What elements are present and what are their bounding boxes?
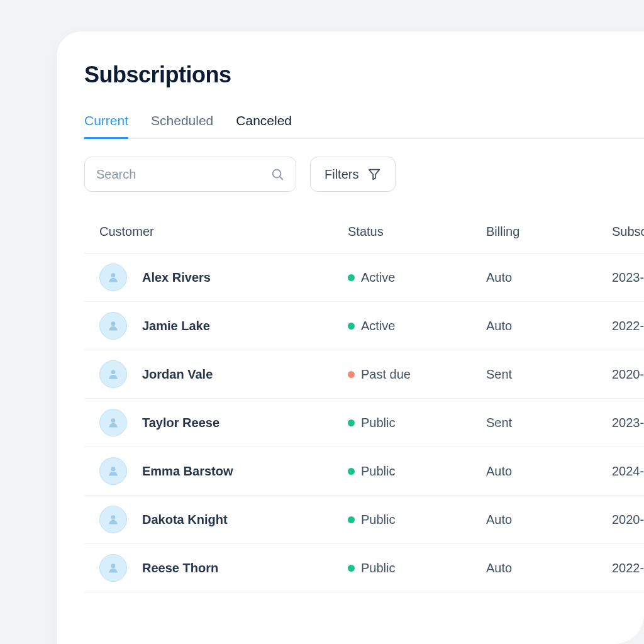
table-row[interactable]: Emma BarstowPublicAuto2024-J — [84, 447, 644, 496]
date-cell: 2022-A — [612, 319, 644, 333]
date-cell: 2022-J — [612, 561, 644, 575]
svg-point-4 — [111, 321, 116, 326]
billing-cell: Auto — [486, 270, 612, 285]
customer-cell: Jamie Lake — [99, 312, 348, 340]
svg-point-5 — [111, 370, 116, 374]
customer-cell: Alex Rivers — [99, 264, 348, 291]
filter-icon — [367, 167, 381, 181]
col-subscribed: Subscribed on — [612, 225, 644, 239]
table-header: Customer Status Billing Subscribed on — [84, 225, 644, 253]
date-cell: 2020-N — [612, 367, 644, 382]
date-cell: 2024-J — [612, 464, 644, 479]
svg-line-1 — [280, 177, 282, 179]
customer-cell: Emma Barstow — [99, 457, 348, 485]
date-cell: 2020-N — [612, 513, 644, 527]
customer-name: Taylor Reese — [142, 416, 219, 430]
subscriptions-table: Customer Status Billing Subscribed on Al… — [84, 225, 644, 592]
avatar — [99, 554, 127, 582]
app-background: Subscriptions Current Scheduled Canceled… — [0, 0, 644, 644]
status-dot-icon — [348, 468, 355, 475]
customer-name: Jamie Lake — [142, 319, 210, 333]
page-title: Subscriptions — [84, 62, 644, 88]
status-cell: Public — [348, 464, 486, 479]
status-label: Public — [361, 464, 395, 479]
billing-cell: Auto — [486, 561, 612, 575]
billing-cell: Auto — [486, 513, 612, 527]
svg-point-6 — [111, 418, 116, 423]
customer-name: Jordan Vale — [142, 367, 213, 382]
avatar — [99, 264, 127, 291]
status-label: Active — [361, 270, 395, 285]
search-input[interactable] — [96, 167, 270, 182]
status-cell: Public — [348, 561, 486, 575]
status-cell: Active — [348, 270, 486, 285]
svg-marker-2 — [369, 170, 380, 180]
status-label: Public — [361, 561, 395, 575]
tabs: Current Scheduled Canceled — [84, 113, 644, 139]
customer-name: Reese Thorn — [142, 561, 218, 575]
avatar — [99, 457, 127, 485]
status-dot-icon — [348, 516, 355, 523]
date-cell: 2023-N — [612, 270, 644, 285]
tab-canceled[interactable]: Canceled — [236, 113, 292, 139]
status-cell: Public — [348, 513, 486, 527]
billing-cell: Auto — [486, 464, 612, 479]
col-customer: Customer — [99, 225, 348, 239]
billing-cell: Sent — [486, 416, 612, 430]
col-status: Status — [348, 225, 486, 239]
svg-point-3 — [111, 273, 116, 277]
status-dot-icon — [348, 371, 355, 378]
customer-cell: Reese Thorn — [99, 554, 348, 582]
svg-point-0 — [273, 170, 281, 178]
subscriptions-panel: Subscriptions Current Scheduled Canceled… — [57, 31, 644, 644]
status-label: Active — [361, 319, 395, 333]
svg-point-9 — [111, 564, 116, 568]
search-icon — [270, 167, 284, 181]
table-row[interactable]: Jamie LakeActiveAuto2022-A — [84, 302, 644, 350]
svg-point-7 — [111, 467, 116, 471]
table-row[interactable]: Taylor ReesePublicSent2023-J — [84, 399, 644, 447]
status-cell: Past due — [348, 367, 486, 382]
status-dot-icon — [348, 419, 355, 426]
table-body: Alex RiversActiveAuto2023-NJamie LakeAct… — [84, 253, 644, 592]
status-dot-icon — [348, 565, 355, 572]
customer-name: Emma Barstow — [142, 464, 233, 479]
customer-cell: Taylor Reese — [99, 409, 348, 436]
status-cell: Public — [348, 416, 486, 430]
avatar — [99, 506, 127, 533]
status-cell: Active — [348, 319, 486, 333]
col-billing: Billing — [486, 225, 612, 239]
avatar — [99, 360, 127, 388]
date-cell: 2023-J — [612, 416, 644, 430]
status-label: Public — [361, 416, 395, 430]
status-dot-icon — [348, 274, 355, 281]
filters-label: Filters — [325, 167, 358, 182]
status-label: Public — [361, 513, 395, 527]
tab-current[interactable]: Current — [84, 113, 128, 139]
customer-cell: Jordan Vale — [99, 360, 348, 388]
billing-cell: Sent — [486, 367, 612, 382]
customer-cell: Dakota Knight — [99, 506, 348, 533]
filters-button[interactable]: Filters — [310, 157, 396, 192]
search-input-wrapper[interactable] — [84, 157, 296, 192]
avatar — [99, 312, 127, 340]
billing-cell: Auto — [486, 319, 612, 333]
svg-point-8 — [111, 515, 116, 519]
table-row[interactable]: Jordan ValePast dueSent2020-N — [84, 350, 644, 399]
controls-row: Filters — [84, 157, 644, 192]
tab-scheduled[interactable]: Scheduled — [151, 113, 213, 139]
table-row[interactable]: Dakota KnightPublicAuto2020-N — [84, 496, 644, 544]
avatar — [99, 409, 127, 436]
customer-name: Dakota Knight — [142, 513, 228, 527]
status-dot-icon — [348, 323, 355, 330]
status-label: Past due — [361, 367, 411, 382]
customer-name: Alex Rivers — [142, 270, 211, 285]
table-row[interactable]: Reese ThornPublicAuto2022-J — [84, 544, 644, 592]
table-row[interactable]: Alex RiversActiveAuto2023-N — [84, 253, 644, 302]
